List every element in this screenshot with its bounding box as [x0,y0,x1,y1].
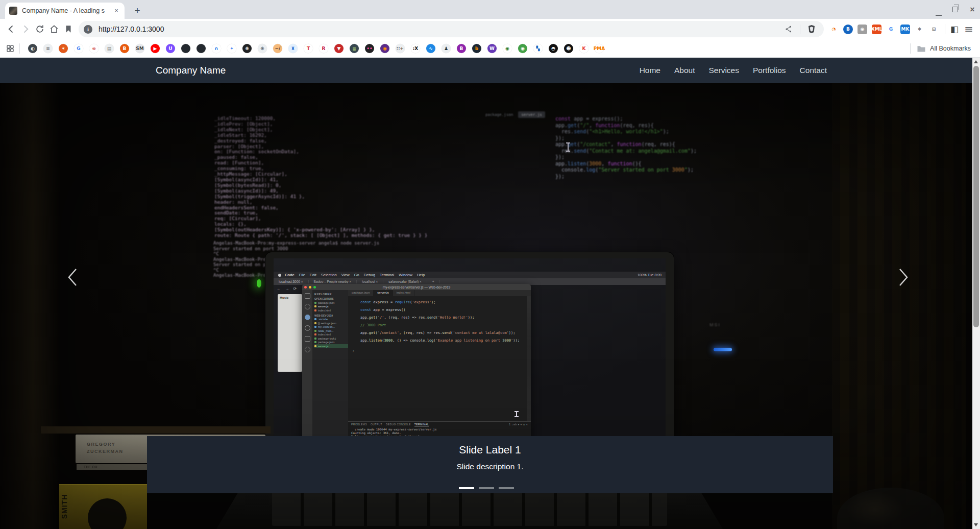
bookmark-dark-b[interactable]: b [472,44,481,53]
bookmark-blue-badge[interactable]: ♜ [288,44,298,53]
blue-b-icon[interactable]: B [843,25,853,34]
tab-close-icon[interactable]: × [112,7,120,15]
carousel-indicator-2[interactable] [479,487,494,489]
rss-icon[interactable]: ◔ [829,25,839,34]
bookmark-flickr[interactable]: •• [365,44,374,53]
back-button[interactable] [4,22,18,36]
nav-link-contact[interactable]: Contact [800,66,827,75]
bookmark-blue-arc[interactable]: ∩ [212,44,221,53]
xml-icon[interactable]: XML [872,25,881,34]
bookmark-github[interactable] [181,44,190,53]
bookmark-penguin[interactable]: ♟ [442,44,451,53]
bookmark-gray-doc[interactable]: ▤ [105,44,114,53]
brave-shield-icon[interactable] [804,22,819,36]
window-close-button[interactable]: × [969,6,976,13]
scrollbar-down-icon[interactable] [974,523,978,526]
mk-icon[interactable]: MK [900,25,910,34]
window-restore-button[interactable] [952,7,958,12]
bookmark-notes[interactable]: ≡ [43,44,53,53]
bookmark-red-shield[interactable]: ▼ [334,44,344,53]
browser-tab[interactable]: Company Name - A leading s × [5,3,125,19]
bookmark-raspberry[interactable]: R [319,44,328,53]
bookmark-orange-alert[interactable]: ✶ [59,44,68,53]
tab-title: Company Name - A leading s [22,7,112,14]
bookmark-k-red[interactable]: K [579,44,589,53]
bookmark-face[interactable]: ☻ [564,44,573,53]
bookmark-globe[interactable]: ◐ [28,44,37,53]
bookmark-server[interactable]: ≣ [350,44,359,53]
nav-link-about[interactable]: About [674,66,695,75]
bookmark-red-t[interactable]: T [304,44,313,53]
editor-text-cursor-icon [516,411,517,417]
carousel-indicators [147,487,826,489]
monitor-logo: MSI [709,322,721,327]
bookmark-gray-flower[interactable]: ❋ [258,44,267,53]
apps-grid-icon[interactable] [3,41,17,56]
scrollbar-thumb[interactable] [973,66,979,327]
bookmark-ascii[interactable]: ▚ [533,44,543,53]
share-icon[interactable] [781,22,796,36]
site-info-icon[interactable]: i [84,25,92,34]
photo-wood-edge [0,83,60,529]
bookmark-green-mascot[interactable]: ◉ [518,44,527,53]
bookmark-green-shop[interactable]: ◉ [503,44,512,53]
tab-strip: Company Name - A leading s × + × [0,0,980,19]
bookmark-google[interactable]: G [74,44,83,53]
github-icon [305,347,310,352]
url-bar[interactable]: i http://127.0.0.1:3000 [79,21,824,37]
navbar-brand[interactable]: Company Name [156,58,226,83]
carousel-caption: Slide Label 1 Slide description 1. [147,436,833,493]
bookmarks-bar: ◐≡✶G∞▤BSM▶U∩✦❋❋~/♜TR▼≣••◉∷+:X∿♟BbW◉◉▚◓☻K… [0,39,980,58]
bookmark-youtube[interactable]: ▶ [151,44,160,53]
url-text[interactable]: http://127.0.0.1:3000 [99,25,781,33]
camera-icon[interactable]: ◉ [857,25,867,34]
bookmark-firefox[interactable]: ◉ [380,44,389,53]
gutter-line-number: 7 [352,349,354,353]
reload-button[interactable] [33,22,47,36]
debug-icon [305,315,310,320]
bookmark-colon-x[interactable]: :X [411,44,420,53]
side-panel-icon[interactable]: ◧ [947,22,962,36]
home-button[interactable] [47,22,61,36]
photo-shelf [41,426,271,434]
nav-link-services[interactable]: Services [709,66,739,75]
bookmark-terminal[interactable]: ~/ [273,44,282,53]
photo-curtain [832,83,966,529]
forward-button[interactable] [18,22,33,36]
bookmark-wikipedia[interactable]: W [487,44,497,53]
scrollbar-up-icon[interactable] [974,60,978,63]
nav-link-home[interactable]: Home [640,66,660,75]
carousel-indicator-3[interactable] [499,487,514,489]
bookmark-ribbon-icon[interactable] [61,22,76,36]
bookmark-purple-b[interactable]: B [457,44,466,53]
carousel-indicator-1[interactable] [459,487,474,489]
reader-icon[interactable]: ⊡ [929,25,939,34]
bookmark-half-moon[interactable]: ◓ [549,44,558,53]
menu-icon[interactable]: ≡ [962,22,976,36]
bookmark-sm[interactable]: SM [135,44,144,53]
bookmark-orange-b[interactable]: B [120,44,129,53]
page-scrollbar[interactable] [972,58,980,529]
bookmark-purple-shield[interactable]: U [166,44,175,53]
background-browser-nav: ← → ⟳ [277,286,298,291]
translate-icon[interactable]: G [886,25,896,34]
bookmark-blue-swirl[interactable]: ∿ [426,44,435,53]
extensions-puzzle-icon[interactable]: ❖ [915,25,924,34]
bookmark-openai[interactable]: ❋ [242,44,252,53]
photo-green-led [257,279,261,287]
bookmark-pma[interactable]: PMA [595,44,604,53]
browser-toolbar: i http://127.0.0.1:3000 ◔B◉XMLGMK❖⊡ ◧ ≡ [0,19,980,39]
nav-link-portfolios[interactable]: Portfolios [753,66,786,75]
carousel-prev-button[interactable] [61,261,84,294]
background-browser-tabs: localhost:3000 ×Badoo – People nearby ×l… [274,278,666,285]
bookmark-github-2[interactable] [197,44,206,53]
window-minimize-button[interactable] [936,10,942,16]
bookmark-red-rings[interactable]: ∞ [89,44,99,53]
new-tab-button[interactable]: + [131,4,144,17]
carousel-next-button[interactable] [892,261,915,294]
photo-right-monitor-code: const app = express();app.get("/", funct… [555,116,708,180]
bookmark-gemini[interactable]: ✦ [227,44,236,53]
bookmark-dots-plus[interactable]: ∷+ [396,44,405,53]
all-bookmarks[interactable]: All Bookmarks [908,39,971,58]
vscode-minimap [527,296,531,422]
